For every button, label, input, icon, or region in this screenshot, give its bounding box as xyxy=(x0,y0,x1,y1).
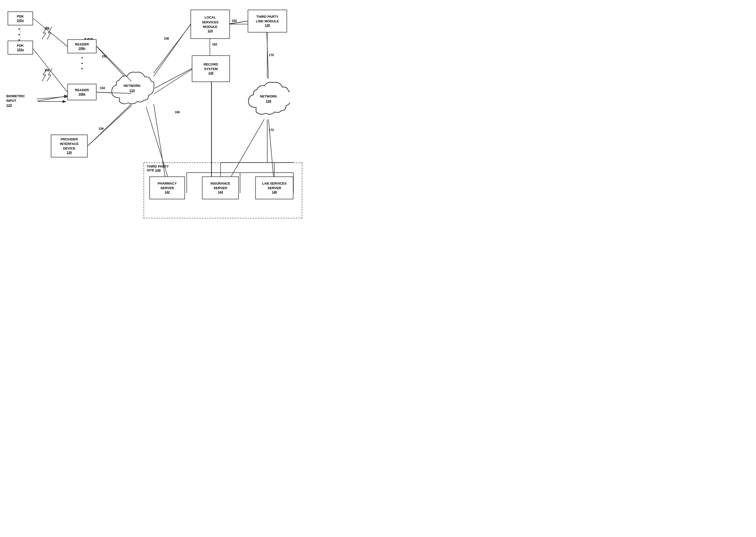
network-130-cloud: NETWORK130 xyxy=(247,78,290,120)
line-label-170: 170 xyxy=(269,53,274,57)
pharmacy-server-box: PHARMACYSERVER 142 xyxy=(149,177,185,199)
record-system-box: RECORDSYSTEM 128 xyxy=(192,55,230,82)
diagram: 100 PDK 102n ••• PDK 102a READER 108n ••… xyxy=(0,0,378,268)
line-label-154: 154 xyxy=(100,86,105,90)
insurance-server-box: INSURANCESERVER 144 xyxy=(202,177,239,199)
third-party-link-box: THIRD PARTYLINK MODULE 126 xyxy=(248,10,287,32)
svg-line-3 xyxy=(154,24,191,76)
line-label-164: 164 xyxy=(232,19,237,22)
svg-line-28 xyxy=(155,68,192,88)
line-label-160: 160 xyxy=(175,110,180,114)
line-label-158: 158 xyxy=(164,37,169,40)
network-110-cloud: NETWORK110 xyxy=(109,67,155,109)
lab-services-box: LAB SERVICESSERVER 146 xyxy=(255,177,293,199)
line-label-162: 162 xyxy=(212,43,217,46)
line-label-152: 152 xyxy=(102,55,107,58)
lightning-upper xyxy=(39,25,60,41)
line-label-156: 156 xyxy=(99,127,104,131)
pdk-n-box: PDK 102n xyxy=(8,12,33,25)
biometric-input-label: BIOMETRICINPUT122 xyxy=(6,94,25,108)
third-party-site-label: THIRD PARTYSITE 140 xyxy=(147,165,169,172)
reader-dots: ••• xyxy=(81,55,83,72)
lightning-lower xyxy=(39,67,60,83)
svg-line-4 xyxy=(154,68,193,94)
provider-interface-box: PROVIDERINTERFACEDEVICE 120 xyxy=(51,135,88,157)
pdk-a-box: PDK 102a xyxy=(8,41,33,55)
svg-line-26 xyxy=(88,105,132,146)
svg-line-8 xyxy=(267,32,269,79)
local-services-box: LOCALSERVICESMODULE 124 xyxy=(191,10,230,39)
svg-line-2 xyxy=(88,104,131,146)
line-label-172: 172 xyxy=(269,128,274,132)
reader-a-box: READER 108a xyxy=(67,84,97,100)
svg-line-14 xyxy=(37,97,67,99)
reader-n-box: READER 108n xyxy=(67,39,97,53)
svg-line-27 xyxy=(154,24,191,73)
biometric-arrow xyxy=(38,99,68,104)
